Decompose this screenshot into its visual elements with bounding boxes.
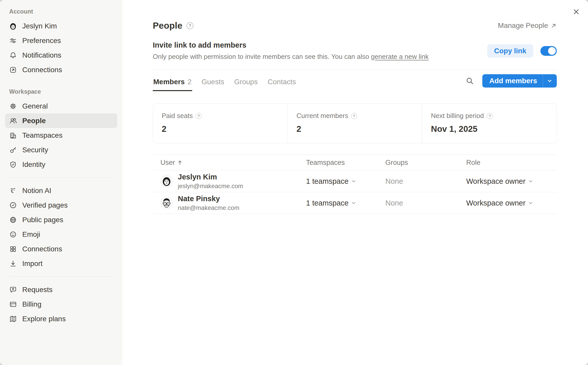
section-label-workspace: Workspace (5, 87, 117, 99)
map-icon (9, 315, 17, 323)
sidebar-section-plan: Requests Billing Explore plans (5, 282, 117, 326)
add-members-label: Add members (489, 77, 543, 85)
sidebar-item-requests[interactable]: Requests (5, 282, 117, 297)
sort-ascending-icon (177, 159, 183, 166)
sidebar-item-teamspaces[interactable]: Teamspaces (5, 128, 117, 143)
stat-label: Current members (297, 112, 348, 120)
sidebar-item-label: Connections (22, 66, 62, 74)
member-row-nate: Nate Pinsky nate@makeacme.com 1 teamspac… (153, 192, 557, 214)
role-dropdown[interactable]: Workspace owner (466, 177, 557, 186)
sidebar-item-account-connections[interactable]: Connections (5, 62, 117, 77)
groups-value: None (385, 199, 466, 207)
sidebar-item-label: Jeslyn Kim (22, 22, 57, 30)
stat-next-billing-period: Next billing period ? Nov 1, 2025 (422, 104, 557, 143)
tab-groups[interactable]: Groups (234, 75, 258, 91)
sidebar-item-public-pages[interactable]: Public pages (5, 212, 117, 227)
help-icon[interactable]: ? (487, 113, 493, 119)
shield-check-icon (9, 161, 17, 168)
tab-label: Groups (234, 78, 258, 86)
help-icon[interactable]: ? (195, 113, 202, 119)
sidebar-item-notifications[interactable]: Notifications (5, 48, 117, 62)
import-download-icon (9, 260, 17, 267)
sidebar-section-workspace: Workspace General People Teamspaces (5, 87, 117, 172)
column-header-role[interactable]: Role (466, 159, 557, 167)
sidebar-item-workspace-connections[interactable]: Connections (5, 242, 117, 256)
add-members-button[interactable]: Add members (482, 74, 557, 88)
credit-card-icon (9, 300, 17, 308)
teamspaces-dropdown[interactable]: 1 teamspace (306, 177, 385, 186)
manage-people-label: Manage People (498, 22, 548, 30)
sidebar-item-explore-plans[interactable]: Explore plans (5, 312, 117, 326)
avatar-nate (160, 197, 173, 209)
notion-ai-doodle-face-icon (9, 187, 17, 195)
sidebar-divider (9, 276, 113, 277)
help-icon[interactable]: ? (351, 113, 357, 119)
member-email: nate@makeacme.com (178, 204, 239, 211)
member-row-jeslyn: Jeslyn Kim jeslyn@makeacme.com 1 teamspa… (153, 170, 557, 192)
chevron-down-icon (351, 178, 356, 184)
user-avatar-jeslyn (8, 22, 18, 31)
sidebar-item-import[interactable]: Import (5, 256, 117, 271)
sidebar-item-label: General (22, 102, 48, 110)
sidebar-item-label: Billing (22, 300, 41, 308)
people-tabs: Members 2 Guests Groups Contacts Add mem… (153, 74, 557, 91)
sidebar-item-verified-pages[interactable]: Verified pages (5, 198, 117, 212)
role-dropdown[interactable]: Workspace owner (466, 199, 557, 207)
sidebar-item-label: Notifications (22, 51, 61, 59)
invite-description: Only people with permission to invite me… (153, 53, 429, 61)
teamspaces-dropdown[interactable]: 1 teamspace (306, 199, 385, 207)
tab-label: Contacts (268, 78, 296, 86)
sidebar-item-emoji[interactable]: Emoji (5, 227, 117, 242)
gear-icon (9, 102, 17, 110)
settings-sidebar: Account Jeslyn Kim Preferences Notificat… (0, 0, 122, 365)
tab-members[interactable]: Members 2 (153, 75, 192, 91)
invite-heading: Invite link to add members (153, 41, 429, 49)
sidebar-item-general[interactable]: General (5, 99, 117, 113)
close-icon (573, 8, 580, 15)
arrow-up-right-icon (550, 23, 557, 29)
invite-link-toggle[interactable] (540, 46, 557, 56)
chevron-down-icon (547, 78, 553, 84)
toggle-knob (548, 47, 556, 55)
sidebar-item-preferences[interactable]: Preferences (5, 33, 117, 48)
sidebar-item-security[interactable]: Security (5, 143, 117, 157)
manage-people-link[interactable]: Manage People (498, 22, 557, 30)
globe-icon (9, 216, 17, 224)
copy-link-button[interactable]: Copy link (487, 44, 533, 58)
billing-summary: Paid seats ? 2 Current members ? 2 Next … (153, 103, 557, 143)
tab-members-count: 2 (188, 78, 192, 86)
sidebar-item-billing[interactable]: Billing (5, 297, 117, 312)
people-settings-panel: People ? Manage People Invite link to ad… (122, 0, 588, 365)
help-icon[interactable]: ? (187, 22, 193, 29)
bell-icon (9, 51, 17, 59)
sidebar-item-label: Verified pages (22, 201, 68, 209)
sidebar-divider (9, 177, 113, 178)
column-header-teamspaces[interactable]: Teamspaces (306, 159, 385, 167)
chevron-down-icon (528, 200, 533, 206)
tab-contacts[interactable]: Contacts (267, 75, 297, 91)
sliders-icon (9, 37, 17, 45)
invite-link-section: Invite link to add members Only people w… (153, 41, 557, 61)
tab-guests[interactable]: Guests (201, 75, 225, 91)
button-divider (543, 74, 543, 88)
sidebar-item-identity[interactable]: Identity (5, 157, 117, 172)
stat-label: Paid seats (162, 112, 193, 120)
column-header-groups[interactable]: Groups (385, 159, 466, 167)
groups-value: None (385, 177, 466, 186)
column-header-user[interactable]: User (153, 159, 306, 167)
search-icon[interactable] (466, 77, 474, 85)
building-icon (9, 132, 17, 139)
chevron-down-icon (528, 178, 533, 184)
page-title: People (153, 20, 182, 31)
sidebar-section-workspace-tools: Notion AI Verified pages Public pages Em… (5, 183, 117, 271)
avatar-jeslyn (160, 175, 173, 187)
stat-current-members: Current members ? 2 (288, 104, 422, 143)
stat-paid-seats: Paid seats ? 2 (153, 104, 288, 143)
generate-new-link[interactable]: generate a new link (371, 53, 429, 60)
verified-badge-icon (9, 201, 17, 209)
sidebar-item-people[interactable]: People (5, 113, 117, 128)
key-icon (9, 146, 17, 154)
close-button[interactable] (570, 6, 582, 18)
sidebar-item-account-user[interactable]: Jeslyn Kim (5, 19, 117, 33)
sidebar-item-notion-ai[interactable]: Notion AI (5, 183, 117, 198)
